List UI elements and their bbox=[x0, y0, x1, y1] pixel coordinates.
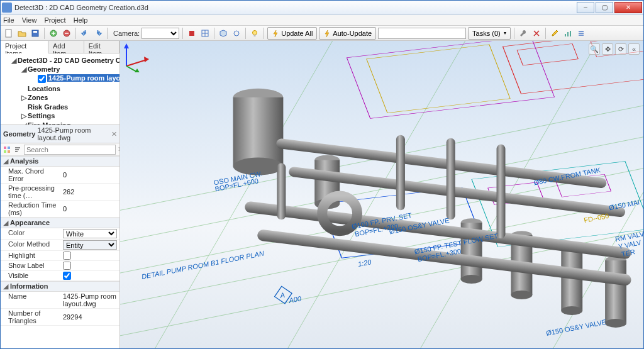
properties-toolbar: ✕ bbox=[1, 143, 119, 156]
cube-icon[interactable] bbox=[218, 28, 229, 39]
tree-geometry[interactable]: ◢Geometry 1425-Pump room layout.dwg bbox=[19, 65, 118, 84]
svg-rect-16 bbox=[8, 150, 10, 153]
add-icon[interactable] bbox=[48, 28, 59, 39]
properties-search-input[interactable] bbox=[24, 145, 116, 155]
bulb-icon[interactable] bbox=[249, 28, 260, 39]
tasks-button[interactable]: Tasks (0)▾ bbox=[468, 27, 511, 40]
menu-view[interactable]: View bbox=[22, 16, 37, 24]
titlebar: Detect3D : 2D CAD Geometry Creation.d3d … bbox=[1, 1, 643, 14]
prop-max-chord-label: Max. Chord Error bbox=[1, 167, 60, 183]
main-toolbar: Camera: Update All Auto-Update Tasks (0)… bbox=[1, 26, 643, 41]
svg-point-7 bbox=[234, 31, 239, 36]
auto-update-label: Auto-Update bbox=[333, 30, 372, 37]
new-icon[interactable] bbox=[3, 28, 14, 39]
menu-help[interactable]: Help bbox=[74, 16, 88, 24]
prop-color-label: Color bbox=[1, 228, 60, 239]
undo-icon[interactable] bbox=[79, 28, 91, 39]
viewport-rotate-icon[interactable]: ⟳ bbox=[615, 43, 626, 55]
sidebar: Project Items Add Item Edit Item ◢Detect… bbox=[1, 41, 120, 348]
prop-color-method-select[interactable]: Entity bbox=[63, 240, 117, 250]
menu-file[interactable]: File bbox=[3, 16, 14, 24]
section-information[interactable]: ◢ Information bbox=[1, 281, 119, 292]
svg-rect-10 bbox=[565, 34, 566, 36]
gear-lightning-icon bbox=[323, 30, 331, 37]
properties-grid: ◢ Analysis Max. Chord Error0 Pre-process… bbox=[1, 156, 119, 348]
tool-pencil-icon[interactable] bbox=[549, 28, 560, 39]
geometry-file-checkbox[interactable] bbox=[38, 75, 46, 83]
camera-label: Camera: bbox=[113, 30, 140, 37]
project-tree[interactable]: ◢Detect3D - 2D CAD Geometry Creation ◢Ge… bbox=[1, 53, 119, 125]
svg-rect-11 bbox=[567, 32, 569, 36]
redo-icon[interactable] bbox=[92, 28, 104, 39]
view-icon[interactable] bbox=[231, 28, 242, 39]
prop-name-value[interactable]: 1425-Pump room layout.dwg bbox=[60, 292, 119, 308]
close-button[interactable]: ✕ bbox=[614, 2, 642, 13]
prop-highlight-checkbox[interactable] bbox=[63, 252, 71, 260]
save-icon[interactable] bbox=[30, 28, 41, 39]
tool-wrench-icon[interactable] bbox=[518, 28, 529, 39]
window-title: Detect3D : 2D CAD Geometry Creation.d3d bbox=[14, 4, 575, 11]
tasks-label: Tasks (0) bbox=[472, 30, 501, 37]
grid-icon[interactable] bbox=[199, 28, 211, 39]
auto-update-button[interactable]: Auto-Update bbox=[319, 27, 376, 40]
svg-text:A: A bbox=[279, 291, 285, 299]
svg-marker-64 bbox=[124, 43, 129, 48]
tool-list-icon[interactable] bbox=[575, 28, 587, 39]
viewport-canvas: DETAIL PUMP ROOM B1 FLOOR PLAN 1:20 A00 … bbox=[120, 41, 643, 348]
update-all-label: Update All bbox=[281, 30, 313, 37]
viewport-3d[interactable]: DETAIL PUMP ROOM B1 FLOOR PLAN 1:20 A00 … bbox=[120, 41, 643, 348]
prop-triangles-value[interactable]: 29294 bbox=[60, 309, 119, 325]
svg-rect-0 bbox=[6, 30, 11, 37]
props-categorize-icon[interactable] bbox=[3, 144, 11, 155]
svg-rect-51 bbox=[605, 260, 626, 323]
maximize-button[interactable]: ▢ bbox=[596, 2, 613, 13]
tab-edit-item[interactable]: Edit Item bbox=[84, 41, 119, 53]
section-appearance[interactable]: ◢ Appearance bbox=[1, 218, 119, 228]
stop-icon[interactable] bbox=[186, 28, 197, 39]
tree-root[interactable]: ◢Detect3D - 2D CAD Geometry Creation ◢Ge… bbox=[9, 56, 119, 125]
properties-close-icon[interactable]: ✕ bbox=[111, 130, 117, 138]
section-analysis[interactable]: ◢ Analysis bbox=[1, 156, 119, 167]
prop-preproc-value[interactable]: 262 bbox=[60, 184, 119, 200]
axis-gizmo-icon bbox=[120, 41, 152, 72]
svg-rect-29 bbox=[367, 45, 510, 113]
prop-color-select[interactable]: White bbox=[63, 229, 117, 238]
svg-rect-12 bbox=[570, 31, 571, 36]
prop-show-label-label: Show Label bbox=[1, 261, 60, 270]
prop-max-chord-value[interactable]: 0 bbox=[60, 167, 119, 183]
viewport-controls: 🔍 ✥ ⟳ « bbox=[589, 43, 640, 55]
props-sort-icon[interactable] bbox=[13, 144, 22, 155]
properties-header-file: 1425-Pump room layout.dwg bbox=[37, 126, 111, 141]
minimize-button[interactable]: – bbox=[577, 2, 594, 13]
prop-reduction-value[interactable]: 0 bbox=[60, 201, 119, 217]
open-icon[interactable] bbox=[16, 28, 28, 39]
update-all-button[interactable]: Update All bbox=[267, 27, 317, 40]
toolbar-search-input[interactable] bbox=[378, 28, 466, 39]
tool-chart-icon[interactable] bbox=[562, 28, 574, 39]
viewport-zoom-icon[interactable]: 🔍 bbox=[589, 43, 600, 55]
prop-preproc-label: Pre-processing time (… bbox=[1, 184, 60, 200]
prop-visible-checkbox[interactable] bbox=[63, 272, 71, 280]
svg-rect-13 bbox=[4, 147, 6, 149]
tab-project-items[interactable]: Project Items bbox=[1, 41, 48, 53]
tree-geometry-file[interactable]: 1425-Pump room layout.dwg bbox=[30, 74, 117, 84]
tree-locations[interactable]: Locations bbox=[19, 84, 118, 93]
svg-rect-9 bbox=[254, 35, 256, 36]
viewport-pan-icon[interactable]: ✥ bbox=[602, 43, 613, 55]
svg-rect-59 bbox=[497, 145, 506, 239]
tree-settings[interactable]: ▷Settings bbox=[19, 111, 118, 121]
svg-point-46 bbox=[511, 291, 532, 299]
remove-icon[interactable] bbox=[61, 28, 72, 39]
tree-zones[interactable]: ▷Zones bbox=[19, 93, 118, 102]
annot-scale: 1:20 bbox=[357, 258, 372, 268]
svg-rect-2 bbox=[33, 31, 37, 33]
tree-risk-grades[interactable]: Risk Grades bbox=[19, 102, 118, 111]
tab-add-item[interactable]: Add Item bbox=[48, 41, 84, 53]
camera-select[interactable] bbox=[142, 28, 179, 39]
menu-project[interactable]: Project bbox=[44, 16, 65, 24]
svg-rect-27 bbox=[517, 44, 578, 65]
viewport-collapse-icon[interactable]: « bbox=[628, 43, 640, 55]
lightning-icon bbox=[272, 30, 279, 37]
tool-delete-icon[interactable] bbox=[531, 28, 542, 39]
prop-show-label-checkbox[interactable] bbox=[63, 262, 71, 270]
